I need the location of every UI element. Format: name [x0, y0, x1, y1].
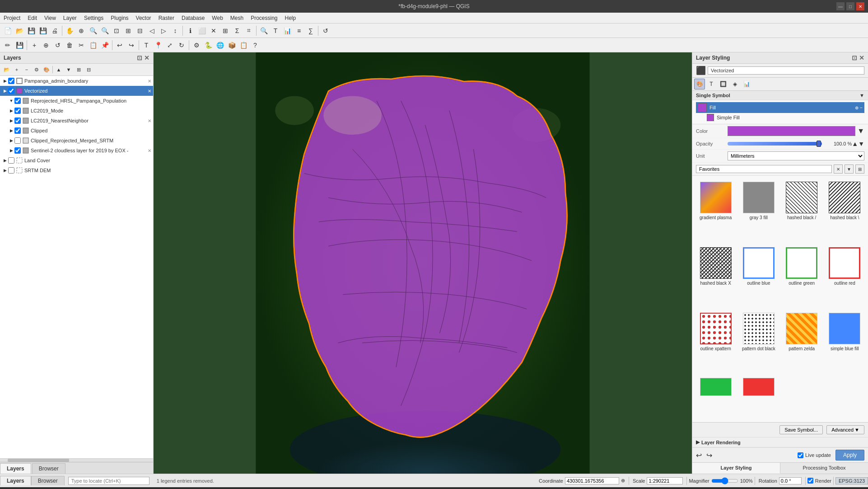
- tab-layers[interactable]: Layers: [0, 463, 31, 474]
- open-table-button[interactable]: ⊞: [220, 25, 231, 36]
- layer-checkbox[interactable]: [8, 88, 14, 94]
- layer-checkbox[interactable]: [14, 98, 21, 104]
- layer-checkbox[interactable]: [14, 108, 21, 114]
- symbol-tile[interactable]: [696, 376, 735, 418]
- layer-expand-all[interactable]: ⊞: [74, 65, 83, 74]
- scale-input[interactable]: [647, 477, 683, 484]
- select-button[interactable]: ⬜: [196, 25, 207, 36]
- expand-icon[interactable]: ▶: [8, 137, 14, 144]
- advanced-button[interactable]: Advanced ▼: [826, 425, 864, 434]
- extra-tool-2[interactable]: 🐍: [203, 40, 214, 51]
- maximize-button[interactable]: □: [846, 2, 854, 10]
- symbol-tile[interactable]: hashed black /: [782, 179, 821, 241]
- zoom-to-layer[interactable]: ⊞: [123, 25, 134, 36]
- layer-item[interactable]: ▶ LC2019_Mode: [0, 106, 153, 116]
- layer-open-btn[interactable]: 📂: [2, 65, 11, 74]
- favorites-grid-btn[interactable]: ⊞: [855, 165, 864, 174]
- layer-checkbox[interactable]: [8, 78, 14, 84]
- tab-layer-styling[interactable]: Layer Styling: [692, 463, 780, 474]
- layer-item[interactable]: ▶ Vectorized ✕: [0, 86, 153, 96]
- opacity-slider[interactable]: [728, 142, 822, 146]
- history-back-btn[interactable]: ↩: [696, 451, 702, 460]
- simple-fill-row[interactable]: Simple Fill: [696, 113, 864, 122]
- styling-close-btn[interactable]: ✕: [859, 54, 864, 61]
- zoom-next[interactable]: ▷: [158, 25, 169, 36]
- color-picker-bar[interactable]: [728, 126, 855, 136]
- opacity-handle[interactable]: [817, 141, 821, 147]
- layer-checkbox[interactable]: [8, 167, 14, 174]
- layer-checkbox[interactable]: [14, 137, 21, 144]
- rotate-feature[interactable]: ↺: [52, 40, 63, 51]
- delete-feature[interactable]: 🗑: [64, 40, 75, 51]
- scrollbar-thumb[interactable]: [8, 459, 69, 462]
- layer-item[interactable]: ▼ Reprojected_HRSL_Pampanga_Population: [0, 96, 153, 106]
- fill-actions[interactable]: ⊕ −: [855, 105, 863, 110]
- add-feature[interactable]: +: [29, 40, 40, 51]
- copy-feature[interactable]: 📋: [88, 40, 98, 51]
- menu-vector[interactable]: Vector: [132, 13, 155, 23]
- save-symbol-button[interactable]: Save Symbol...: [779, 425, 823, 434]
- layer-checkbox[interactable]: [14, 147, 21, 154]
- diagram-button[interactable]: 📊: [282, 25, 293, 36]
- map-canvas[interactable]: [154, 52, 692, 474]
- extra-tool-4[interactable]: 📦: [226, 40, 237, 51]
- render-checkbox[interactable]: [807, 478, 813, 484]
- symbol-tile[interactable]: gray 3 fill: [739, 179, 778, 241]
- layer-item[interactable]: ▶ SRTM DEM: [0, 165, 153, 175]
- open-project-button[interactable]: 📂: [14, 25, 25, 36]
- search-button[interactable]: 🔍: [258, 25, 269, 36]
- layer-actions[interactable]: ✕: [148, 118, 151, 123]
- save-as-button[interactable]: 💾: [37, 25, 48, 36]
- styling-layer-dropdown[interactable]: Vectorized: [708, 66, 864, 75]
- measure-button[interactable]: ⌗: [243, 25, 254, 36]
- pan-tool[interactable]: ✋: [64, 25, 75, 36]
- expand-icon[interactable]: ▶: [8, 108, 14, 114]
- menu-settings[interactable]: Settings: [80, 13, 107, 23]
- menu-raster[interactable]: Raster: [155, 13, 178, 23]
- extra-tool-1[interactable]: ⚙: [191, 40, 202, 51]
- menu-project[interactable]: Project: [0, 13, 24, 23]
- expand-icon[interactable]: ▶: [2, 88, 8, 94]
- symbol-type-dropdown[interactable]: ▼: [859, 93, 864, 98]
- extra-tool-6[interactable]: ?: [250, 40, 261, 51]
- symbol-tile[interactable]: [739, 376, 778, 418]
- layer-checkbox[interactable]: [14, 118, 21, 124]
- symbol-tile[interactable]: pattern zelda: [782, 310, 821, 372]
- menu-help[interactable]: Help: [281, 13, 300, 23]
- layer-checkbox[interactable]: [14, 127, 21, 134]
- symbol-tile[interactable]: pattern dot black: [739, 310, 778, 372]
- layer-selector-icon[interactable]: ⬛: [696, 66, 706, 75]
- menu-view[interactable]: View: [41, 13, 60, 23]
- locate-input[interactable]: [68, 477, 149, 485]
- expand-icon[interactable]: ▶: [8, 118, 14, 124]
- menu-web[interactable]: Web: [208, 13, 226, 23]
- menu-edit[interactable]: Edit: [24, 13, 41, 23]
- layer-actions[interactable]: ✕: [148, 79, 151, 84]
- layer-new-btn[interactable]: +: [12, 65, 21, 74]
- history-forward-btn[interactable]: ↪: [706, 451, 712, 460]
- symbol-tile[interactable]: outline blue: [739, 245, 778, 307]
- expand-icon[interactable]: ▶: [8, 147, 14, 154]
- layer-up-btn[interactable]: ▲: [54, 65, 63, 74]
- zoom-full-button[interactable]: ⊡: [111, 25, 122, 36]
- mask-style-btn[interactable]: 🔲: [718, 79, 728, 89]
- field-calc[interactable]: ∑: [305, 25, 316, 36]
- save-layer[interactable]: 💾: [14, 40, 25, 51]
- symbol-tile[interactable]: outline red: [825, 245, 864, 307]
- live-update-checkbox[interactable]: Live update: [798, 452, 831, 458]
- symbol-style-btn[interactable]: 🎨: [694, 79, 705, 89]
- print-button[interactable]: 🖨: [49, 25, 60, 36]
- undo-button[interactable]: ↩: [114, 40, 125, 51]
- expand-icon[interactable]: ▶: [8, 127, 14, 134]
- cut-feature[interactable]: ✂: [76, 40, 87, 51]
- status-tab-layers[interactable]: Layers: [0, 476, 31, 485]
- live-update-input[interactable]: [798, 452, 803, 458]
- layer-item[interactable]: ▶ Clipped: [0, 126, 153, 136]
- menu-plugins[interactable]: Plugins: [107, 13, 132, 23]
- favorites-options-btn[interactable]: ▼: [845, 165, 854, 174]
- zoom-in-button[interactable]: 🔍: [88, 25, 98, 36]
- symbol-tile[interactable]: hashed black X: [696, 245, 735, 307]
- identify-button[interactable]: ℹ: [185, 25, 196, 36]
- zoom-out-button[interactable]: 🔍: [99, 25, 110, 36]
- layer-checkbox[interactable]: [8, 157, 14, 164]
